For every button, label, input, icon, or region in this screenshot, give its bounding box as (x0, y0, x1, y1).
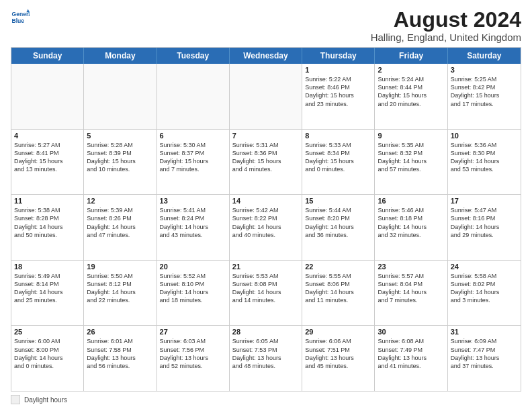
day-num-4: 4 (14, 132, 81, 140)
cal-row-3: 18Sunrise: 5:49 AM Sunset: 8:14 PM Dayli… (11, 260, 521, 326)
day-num-1: 1 (305, 66, 371, 74)
cal-cell-r4-c3: 28Sunrise: 6:05 AM Sunset: 7:53 PM Dayli… (230, 326, 302, 391)
day-num-23: 23 (378, 263, 444, 271)
cell-info-7: Sunrise: 5:31 AM Sunset: 8:36 PM Dayligh… (232, 141, 299, 174)
cal-cell-r2-c5: 16Sunrise: 5:46 AM Sunset: 8:18 PM Dayli… (375, 195, 447, 260)
day-num-14: 14 (232, 197, 299, 205)
cell-info-21: Sunrise: 5:53 AM Sunset: 8:08 PM Dayligh… (232, 272, 299, 305)
day-num-20: 20 (160, 263, 226, 271)
cal-cell-r1-c0: 4Sunrise: 5:27 AM Sunset: 8:41 PM Daylig… (11, 130, 84, 195)
day-num-26: 26 (87, 328, 153, 336)
day-num-17: 17 (451, 197, 518, 205)
cal-cell-r2-c6: 17Sunrise: 5:47 AM Sunset: 8:16 PM Dayli… (448, 195, 521, 260)
cal-cell-r1-c2: 6Sunrise: 5:30 AM Sunset: 8:37 PM Daylig… (157, 130, 230, 195)
cal-cell-r1-c3: 7Sunrise: 5:31 AM Sunset: 8:36 PM Daylig… (230, 130, 302, 195)
svg-text:Blue: Blue (12, 17, 25, 24)
calendar-header: Sunday Monday Tuesday Wednesday Thursday… (11, 48, 521, 64)
cell-info-18: Sunrise: 5:49 AM Sunset: 8:14 PM Dayligh… (14, 272, 81, 305)
cell-info-12: Sunrise: 5:39 AM Sunset: 8:26 PM Dayligh… (87, 206, 153, 239)
cal-cell-r4-c4: 29Sunrise: 6:06 AM Sunset: 7:51 PM Dayli… (302, 326, 375, 391)
cell-info-10: Sunrise: 5:36 AM Sunset: 8:30 PM Dayligh… (451, 141, 518, 174)
logo-icon: General Blue (11, 8, 30, 27)
day-num-22: 22 (305, 263, 371, 271)
header-tuesday: Tuesday (157, 48, 230, 64)
cal-cell-r1-c5: 9Sunrise: 5:35 AM Sunset: 8:32 PM Daylig… (375, 130, 447, 195)
cal-cell-r1-c1: 5Sunrise: 5:28 AM Sunset: 8:39 PM Daylig… (84, 130, 157, 195)
cell-info-6: Sunrise: 5:30 AM Sunset: 8:37 PM Dayligh… (160, 141, 226, 174)
day-num-28: 28 (232, 328, 299, 336)
cal-cell-r4-c2: 27Sunrise: 6:03 AM Sunset: 7:56 PM Dayli… (157, 326, 230, 391)
cal-cell-r3-c2: 20Sunrise: 5:52 AM Sunset: 8:10 PM Dayli… (157, 261, 230, 326)
cell-info-20: Sunrise: 5:52 AM Sunset: 8:10 PM Dayligh… (160, 272, 226, 305)
cal-row-0: 1Sunrise: 5:22 AM Sunset: 8:46 PM Daylig… (11, 64, 521, 129)
cell-info-28: Sunrise: 6:05 AM Sunset: 7:53 PM Dayligh… (232, 337, 299, 370)
cell-info-4: Sunrise: 5:27 AM Sunset: 8:41 PM Dayligh… (14, 141, 81, 174)
cell-info-11: Sunrise: 5:38 AM Sunset: 8:28 PM Dayligh… (14, 206, 81, 239)
cell-info-25: Sunrise: 6:00 AM Sunset: 8:00 PM Dayligh… (14, 337, 81, 370)
cal-cell-r0-c4: 1Sunrise: 5:22 AM Sunset: 8:46 PM Daylig… (302, 64, 375, 129)
cal-cell-r0-c0 (11, 64, 84, 129)
cell-info-31: Sunrise: 6:09 AM Sunset: 7:47 PM Dayligh… (451, 337, 518, 370)
cell-info-22: Sunrise: 5:55 AM Sunset: 8:06 PM Dayligh… (305, 272, 371, 305)
cell-info-3: Sunrise: 5:25 AM Sunset: 8:42 PM Dayligh… (451, 75, 518, 108)
day-num-6: 6 (160, 132, 226, 140)
cell-info-23: Sunrise: 5:57 AM Sunset: 8:04 PM Dayligh… (378, 272, 444, 305)
day-num-31: 31 (451, 328, 518, 336)
day-num-5: 5 (87, 132, 153, 140)
cell-info-15: Sunrise: 5:44 AM Sunset: 8:20 PM Dayligh… (305, 206, 371, 239)
cell-info-1: Sunrise: 5:22 AM Sunset: 8:46 PM Dayligh… (305, 75, 371, 108)
header-friday: Friday (375, 48, 447, 64)
cal-cell-r0-c2 (157, 64, 230, 129)
header: General Blue August 2024 Halling, Englan… (11, 8, 521, 43)
header-thursday: Thursday (302, 48, 375, 64)
legend: Daylight hours (11, 395, 521, 404)
cell-info-13: Sunrise: 5:41 AM Sunset: 8:24 PM Dayligh… (160, 206, 226, 239)
cal-cell-r3-c5: 23Sunrise: 5:57 AM Sunset: 8:04 PM Dayli… (375, 261, 447, 326)
day-num-2: 2 (378, 66, 444, 74)
cal-cell-r2-c2: 13Sunrise: 5:41 AM Sunset: 8:24 PM Dayli… (157, 195, 230, 260)
legend-box (11, 395, 20, 404)
cell-info-16: Sunrise: 5:46 AM Sunset: 8:18 PM Dayligh… (378, 206, 444, 239)
cal-row-2: 11Sunrise: 5:38 AM Sunset: 8:28 PM Dayli… (11, 194, 521, 260)
cell-info-9: Sunrise: 5:35 AM Sunset: 8:32 PM Dayligh… (378, 141, 444, 174)
cal-cell-r4-c6: 31Sunrise: 6:09 AM Sunset: 7:47 PM Dayli… (448, 326, 521, 391)
cell-info-2: Sunrise: 5:24 AM Sunset: 8:44 PM Dayligh… (378, 75, 444, 108)
cal-cell-r1-c4: 8Sunrise: 5:33 AM Sunset: 8:34 PM Daylig… (302, 130, 375, 195)
cal-cell-r2-c4: 15Sunrise: 5:44 AM Sunset: 8:20 PM Dayli… (302, 195, 375, 260)
cal-row-4: 25Sunrise: 6:00 AM Sunset: 8:00 PM Dayli… (11, 325, 521, 391)
page: General Blue August 2024 Halling, Englan… (0, 0, 532, 411)
day-num-29: 29 (305, 328, 371, 336)
cal-cell-r0-c5: 2Sunrise: 5:24 AM Sunset: 8:44 PM Daylig… (375, 64, 447, 129)
day-num-12: 12 (87, 197, 153, 205)
cal-cell-r4-c0: 25Sunrise: 6:00 AM Sunset: 8:00 PM Dayli… (11, 326, 84, 391)
header-monday: Monday (84, 48, 157, 64)
cell-info-26: Sunrise: 6:01 AM Sunset: 7:58 PM Dayligh… (87, 337, 153, 370)
cell-info-17: Sunrise: 5:47 AM Sunset: 8:16 PM Dayligh… (451, 206, 518, 239)
day-num-21: 21 (232, 263, 299, 271)
day-num-18: 18 (14, 263, 81, 271)
cal-cell-r0-c6: 3Sunrise: 5:25 AM Sunset: 8:42 PM Daylig… (448, 64, 521, 129)
cal-row-1: 4Sunrise: 5:27 AM Sunset: 8:41 PM Daylig… (11, 129, 521, 195)
cal-cell-r0-c1 (84, 64, 157, 129)
location: Halling, England, United Kingdom (371, 32, 521, 43)
day-num-9: 9 (378, 132, 444, 140)
day-num-13: 13 (160, 197, 226, 205)
header-saturday: Saturday (448, 48, 521, 64)
cal-cell-r4-c5: 30Sunrise: 6:08 AM Sunset: 7:49 PM Dayli… (375, 326, 447, 391)
month-title: August 2024 (371, 8, 521, 32)
calendar-body: 1Sunrise: 5:22 AM Sunset: 8:46 PM Daylig… (11, 64, 521, 391)
cell-info-27: Sunrise: 6:03 AM Sunset: 7:56 PM Dayligh… (160, 337, 226, 370)
cal-cell-r3-c4: 22Sunrise: 5:55 AM Sunset: 8:06 PM Dayli… (302, 261, 375, 326)
day-num-16: 16 (378, 197, 444, 205)
day-num-19: 19 (87, 263, 153, 271)
calendar: Sunday Monday Tuesday Wednesday Thursday… (11, 47, 521, 392)
cell-info-24: Sunrise: 5:58 AM Sunset: 8:02 PM Dayligh… (451, 272, 518, 305)
logo: General Blue (11, 8, 30, 27)
day-num-27: 27 (160, 328, 226, 336)
cell-info-29: Sunrise: 6:06 AM Sunset: 7:51 PM Dayligh… (305, 337, 371, 370)
cal-cell-r2-c3: 14Sunrise: 5:42 AM Sunset: 8:22 PM Dayli… (230, 195, 302, 260)
day-num-11: 11 (14, 197, 81, 205)
cal-cell-r0-c3 (230, 64, 302, 129)
day-num-15: 15 (305, 197, 371, 205)
cal-cell-r3-c6: 24Sunrise: 5:58 AM Sunset: 8:02 PM Dayli… (448, 261, 521, 326)
